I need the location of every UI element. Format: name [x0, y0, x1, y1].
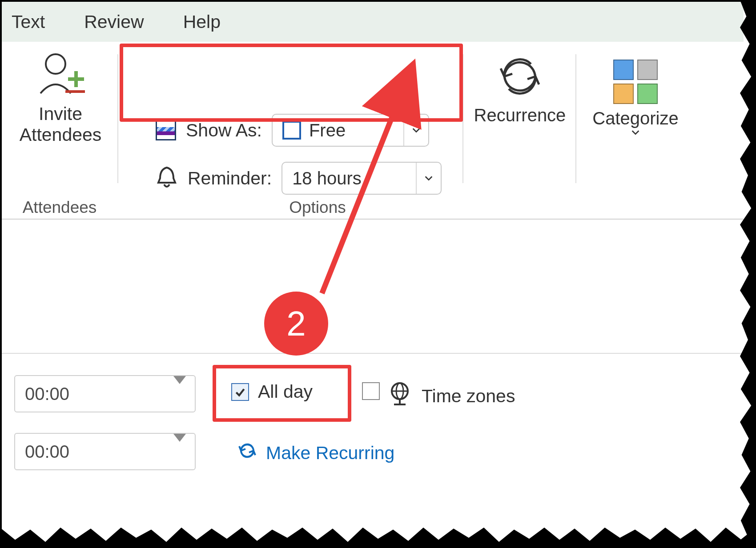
annotation-step-badge: 2: [264, 292, 328, 356]
globe-icon: [389, 381, 411, 411]
annotation-highlight-showas: [120, 44, 463, 122]
categorize-label: Categorize: [592, 108, 678, 128]
person-add-icon: [36, 52, 85, 99]
start-time-value: 00:00: [25, 384, 69, 404]
chevron-down-icon: [631, 128, 640, 137]
invite-attendees-label: Invite Attendees: [20, 104, 102, 145]
annotation-highlight-allday: [213, 365, 351, 422]
show-as-icon: [156, 120, 176, 140]
caret-down-icon: [173, 384, 186, 404]
reminder-label: Reminder:: [188, 168, 272, 189]
recurrence-icon: [495, 54, 544, 102]
free-swatch-icon: [282, 121, 301, 140]
menu-help[interactable]: Help: [183, 12, 221, 32]
menu-text[interactable]: Text: [12, 12, 45, 32]
annotation-step-number: 2: [286, 304, 306, 344]
invite-attendees-button[interactable]: Invite Attendees: [16, 52, 105, 203]
show-as-label: Show As:: [186, 120, 262, 141]
start-time-dropdown[interactable]: 00:00: [14, 375, 196, 412]
chevron-down-icon: [424, 173, 434, 183]
reminder-dropdown-toggle[interactable]: [416, 163, 441, 194]
reminder-dropdown[interactable]: 18 hours: [281, 162, 442, 195]
border: [0, 0, 756, 2]
menu-review[interactable]: Review: [84, 12, 144, 32]
show-as-value: Free: [309, 120, 346, 140]
menu-bar: Text Review Help: [2, 2, 744, 42]
separator: [2, 353, 744, 354]
categorize-button[interactable]: Categorize: [584, 54, 687, 137]
group-caption-attendees: Attendees: [15, 198, 104, 217]
bell-icon: [156, 165, 178, 192]
time-zones-label: Time zones: [422, 386, 515, 407]
recurrence-button[interactable]: Recurrence: [473, 54, 567, 125]
separator: [117, 54, 118, 183]
chevron-down-icon: [411, 125, 421, 135]
refresh-icon: [237, 441, 257, 465]
end-time-dropdown[interactable]: 00:00: [14, 433, 196, 470]
time-zones-checkbox[interactable]: [362, 382, 380, 400]
separator: [575, 54, 576, 183]
svg-point-0: [46, 54, 65, 74]
appointment-body: 00:00 00:00 All day: [2, 221, 744, 541]
make-recurring-label: Make Recurring: [266, 443, 394, 464]
recurrence-label: Recurrence: [474, 105, 566, 125]
categorize-icon: [613, 60, 658, 104]
end-time-value: 00:00: [25, 442, 69, 462]
caret-down-icon: [173, 442, 186, 462]
make-recurring-link[interactable]: Make Recurring: [237, 441, 394, 465]
border: [0, 0, 2, 548]
group-caption-options: Options: [251, 198, 384, 217]
reminder-value: 18 hours: [292, 168, 362, 188]
